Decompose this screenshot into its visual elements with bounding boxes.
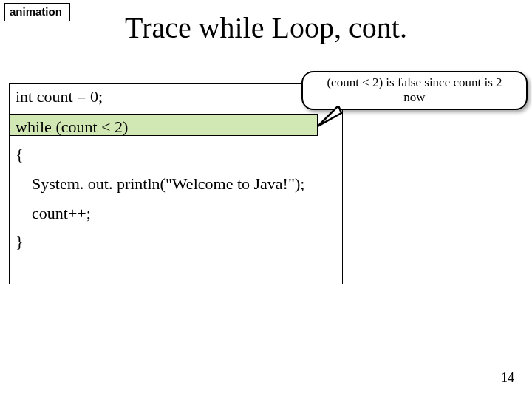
page-number: 14 — [501, 370, 514, 386]
svg-marker-0 — [318, 106, 341, 126]
callout-line2: now — [403, 90, 425, 104]
code-line-2: while (count < 2) — [16, 117, 128, 137]
code-line-3: { — [16, 145, 24, 164]
code-line-4: System. out. println("Welcome to Java!")… — [32, 174, 304, 194]
callout-line1: (count < 2) is false since count is 2 — [327, 75, 502, 89]
code-highlight: while (count < 2) — [9, 114, 318, 136]
code-line-1: int count = 0; — [16, 87, 103, 106]
code-line-6: } — [16, 232, 24, 251]
code-line-5: count++; — [32, 204, 91, 223]
slide-title: Trace while Loop, cont. — [0, 10, 532, 45]
explanation-callout: (count < 2) is false since count is 2 no… — [301, 71, 528, 110]
